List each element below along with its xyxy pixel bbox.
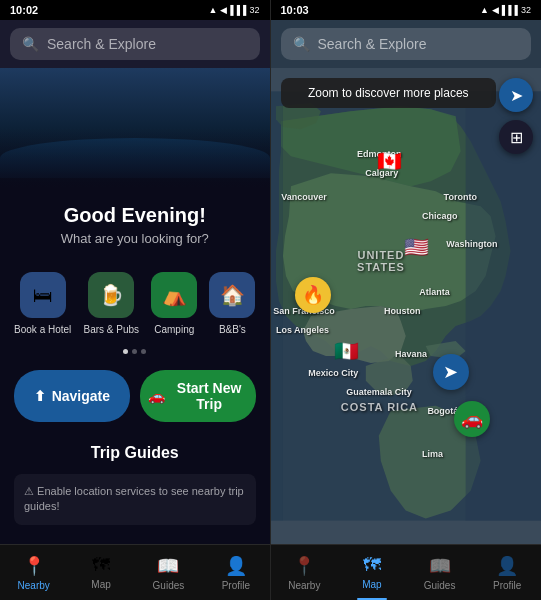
start-trip-button[interactable]: 🚗 Start New Trip: [140, 370, 256, 422]
right-status-icons: ▲ ◀▐▐▐ 32: [480, 5, 531, 15]
left-nav-nearby[interactable]: 📍 Nearby: [0, 545, 67, 600]
label-mexico-city: Mexico City: [308, 368, 358, 378]
action-buttons: ⬆ Navigate 🚗 Start New Trip: [0, 360, 270, 432]
car-marker-icon: 🚗: [454, 401, 490, 437]
dot-1: [123, 349, 128, 354]
right-search-bar[interactable]: 🔍 Search & Explore: [281, 28, 532, 60]
label-houston: Houston: [384, 306, 421, 316]
pubs-icon-bg: 🍺: [88, 272, 134, 318]
right-status-bar: 10:03 ▲ ◀▐▐▐ 32: [271, 0, 542, 20]
label-vancouver: Vancouver: [281, 192, 327, 202]
left-nav-map[interactable]: 🗺 Map: [67, 545, 134, 600]
left-search-placeholder: Search & Explore: [47, 36, 156, 52]
right-bottom-nav: 📍 Nearby 🗺 Map 📖 Guides 👤 Profile: [271, 544, 542, 600]
right-map-label: Map: [362, 579, 381, 590]
label-washington: Washington: [446, 239, 497, 249]
navigate-icon: ⬆: [34, 388, 46, 404]
category-pubs[interactable]: 🍺 Bars & Pubs: [84, 272, 140, 335]
canada-flag-icon: 🇨🇦: [373, 149, 405, 173]
navigate-marker-icon: ➤: [433, 354, 469, 390]
location-notice: ⚠ Enable location services to see nearby…: [14, 474, 256, 525]
right-signal-icon: ◀▐▐▐: [492, 5, 518, 15]
left-status-icons: ▲ ◀▐▐▐ 32: [208, 5, 259, 15]
bnb-icon-bg: 🏠: [209, 272, 255, 318]
label-havana: Havana: [395, 349, 427, 359]
profile-label: Profile: [222, 580, 250, 591]
right-nav-guides[interactable]: 📖 Guides: [406, 545, 474, 600]
canada-flag-marker[interactable]: 🇨🇦: [373, 149, 405, 173]
layers-icon: ⊞: [510, 128, 523, 147]
right-panel: 10:03 ▲ ◀▐▐▐ 32 🔍 Search & Explore: [271, 0, 542, 600]
pubs-label: Bars & Pubs: [84, 324, 140, 335]
category-bnb[interactable]: 🏠 B&B's: [209, 272, 255, 335]
greeting-subtitle: What are you looking for?: [10, 231, 260, 246]
left-search-bar[interactable]: 🔍 Search & Explore: [10, 28, 260, 60]
right-nav-nearby[interactable]: 📍 Nearby: [271, 545, 339, 600]
search-icon: 🔍: [22, 36, 39, 52]
left-nav-profile[interactable]: 👤 Profile: [202, 545, 269, 600]
camping-marker-icon: 🔥: [295, 277, 331, 313]
right-wifi-icon: ▲: [480, 5, 489, 15]
category-camping[interactable]: ⛺ Camping: [151, 272, 197, 335]
us-flag-marker[interactable]: 🇺🇸: [400, 235, 432, 259]
greeting-title: Good Evening!: [10, 204, 260, 227]
nearby-icon: 📍: [23, 555, 45, 577]
guides-label: Guides: [153, 580, 185, 591]
label-chicago: Chicago: [422, 211, 458, 221]
hero-overlay: [0, 128, 270, 188]
right-guides-label: Guides: [424, 580, 456, 591]
dot-3: [141, 349, 146, 354]
greeting-section: Good Evening! What are you looking for?: [0, 188, 270, 258]
right-profile-icon: 👤: [496, 555, 518, 577]
dot-2: [132, 349, 137, 354]
hotel-label: Book a Hotel: [14, 324, 71, 335]
navigate-button[interactable]: ⬆ Navigate: [14, 370, 130, 422]
mexico-flag-icon: 🇲🇽: [330, 339, 362, 363]
hotel-icon-bg: 🛏: [20, 272, 66, 318]
left-status-bar: 10:02 ▲ ◀▐▐▐ 32: [0, 0, 270, 20]
right-nearby-label: Nearby: [288, 580, 320, 591]
zoom-toast: Zoom to discover more places: [281, 78, 497, 108]
map-icon: 🗺: [92, 555, 110, 576]
label-toronto: Toronto: [444, 192, 477, 202]
navigate-label: Navigate: [52, 388, 110, 404]
bnb-label: B&B's: [219, 324, 246, 335]
category-hotel[interactable]: 🛏 Book a Hotel: [14, 272, 71, 335]
navigate-marker[interactable]: ➤: [433, 354, 469, 390]
right-search-placeholder: Search & Explore: [318, 36, 427, 52]
category-grid: 🛏 Book a Hotel 🍺 Bars & Pubs ⛺ Camping 🏠…: [0, 258, 270, 343]
right-nav-profile[interactable]: 👤 Profile: [473, 545, 541, 600]
right-nearby-icon: 📍: [293, 555, 315, 577]
location-button[interactable]: ➤: [499, 78, 533, 112]
svg-rect-1: [465, 91, 541, 520]
dots-indicator: [0, 343, 270, 360]
trip-guides-section: Trip Guides ⚠ Enable location services t…: [0, 432, 270, 544]
profile-icon: 👤: [225, 555, 247, 577]
right-map-icon: 🗺: [363, 555, 381, 576]
battery-icon: 32: [249, 5, 259, 15]
start-trip-label: Start New Trip: [171, 380, 248, 412]
right-search-icon: 🔍: [293, 36, 310, 52]
trip-guides-title: Trip Guides: [14, 444, 256, 462]
zoom-toast-text: Zoom to discover more places: [308, 86, 469, 100]
guides-icon: 📖: [157, 555, 179, 577]
start-trip-icon: 🚗: [148, 388, 165, 404]
camping-icon-bg: ⛺: [151, 272, 197, 318]
right-time: 10:03: [281, 4, 309, 16]
right-guides-icon: 📖: [429, 555, 451, 577]
map-container: Zoom to discover more places ➤ ⊞ 🔥 🇺🇸 🇨🇦…: [271, 68, 542, 544]
left-panel: 10:02 ▲ ◀▐▐▐ 32 🔍 Search & Explore Good …: [0, 0, 270, 600]
camping-marker[interactable]: 🔥: [295, 277, 331, 313]
us-flag-icon: 🇺🇸: [400, 235, 432, 259]
left-bottom-nav: 📍 Nearby 🗺 Map 📖 Guides 👤 Profile: [0, 544, 270, 600]
layers-button[interactable]: ⊞: [499, 120, 533, 154]
label-guatemala: Guatemala City: [346, 387, 412, 397]
location-arrow-icon: ➤: [510, 86, 523, 105]
right-nav-map[interactable]: 🗺 Map: [338, 545, 406, 600]
left-nav-guides[interactable]: 📖 Guides: [135, 545, 202, 600]
wifi-icon: ▲: [208, 5, 217, 15]
label-atlanta: Atlanta: [419, 287, 450, 297]
car-marker[interactable]: 🚗: [454, 401, 490, 437]
right-profile-label: Profile: [493, 580, 521, 591]
mexico-flag-marker[interactable]: 🇲🇽: [330, 339, 362, 363]
